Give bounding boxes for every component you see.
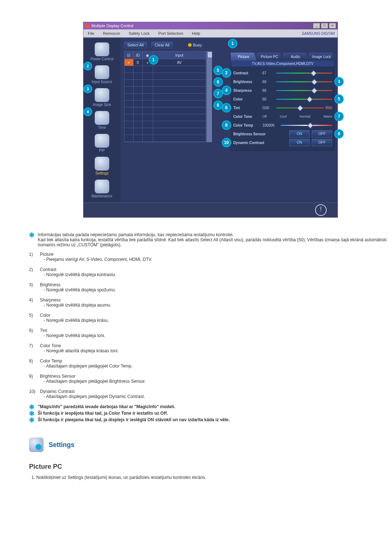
col-checkbox[interactable]: ☑ <box>124 52 134 59</box>
tint-value-green: G50 <box>262 106 276 110</box>
clear-all-button[interactable]: Clear All <box>151 42 173 48</box>
image-size-icon <box>95 88 109 102</box>
tab-picture[interactable]: Picture <box>231 53 257 61</box>
table-row[interactable] <box>124 135 206 142</box>
tab-audio[interactable]: Audio <box>283 53 309 61</box>
center-panel: Select All Clear All Busy ☑ ID ◉ Input <box>121 38 226 202</box>
star-icon: ✱ <box>29 404 38 410</box>
contrast-slider[interactable] <box>276 71 332 74</box>
callout-marker: 8 <box>213 100 223 110</box>
tab-picture-pc[interactable]: Picture PC <box>257 53 283 61</box>
dynamic-contrast-on[interactable]: ON <box>289 139 310 146</box>
list-item: 1)PicturePieejams vienīgi AV, S-Video, C… <box>29 252 392 262</box>
list-item: 4)SharpnessNoregulē izvēlētā displeja as… <box>29 297 392 308</box>
row-checkbox[interactable]: ✔ <box>124 59 134 66</box>
brightness-sensor-off[interactable]: OFF <box>312 130 332 138</box>
settings-panel: 1 Picture Picture PC Audio Image Lock TV… <box>226 38 338 202</box>
window-buttons: _ □ × <box>313 23 336 29</box>
table-row[interactable] <box>124 121 206 128</box>
row-callouts: 5 6 7 8 <box>213 66 223 142</box>
table-row[interactable] <box>124 100 206 107</box>
steps-list: Noklikšķiniet uz Settings (Iestatījumi) … <box>29 475 392 480</box>
info-icon[interactable]: ! <box>315 204 327 216</box>
numbered-list: 1)PicturePieejams vienīgi AV, S-Video, C… <box>29 252 392 399</box>
tab-image-lock[interactable]: Image Lock <box>309 53 335 61</box>
dynamic-contrast-off[interactable]: OFF <box>312 139 332 146</box>
maximize-button[interactable]: □ <box>321 23 328 29</box>
table-row[interactable] <box>124 80 206 87</box>
status-bar: ! <box>83 202 338 217</box>
brightness-row: Brightness 68 3 <box>233 77 332 86</box>
menu-safety-lock[interactable]: Safety Lock <box>124 31 154 36</box>
sidebar-settings[interactable]: Settings <box>86 155 118 177</box>
color-label: Color <box>233 97 262 101</box>
sidebar-input-source[interactable]: Input Source 2 <box>86 64 118 85</box>
menu-remocon[interactable]: Remocon <box>99 31 124 36</box>
list-item: 6)TintNoregulē izvēlētā displeja toni. <box>29 328 392 338</box>
contrast-label: Contrast <box>233 71 262 75</box>
sidebar-item-label: Maintenance <box>91 194 112 198</box>
table-row[interactable] <box>124 107 206 114</box>
callout-marker: 3 <box>83 85 92 93</box>
sharpness-row: 4 Sharpness 68 <box>233 86 332 95</box>
brand-label: SAMSUNG DIGITAll <box>302 32 338 36</box>
settings-section: Settings Picture PC Noklikšķiniet uz Set… <box>29 438 392 480</box>
color-slider[interactable] <box>276 98 332 100</box>
window-title: Multiple Display Control <box>91 24 134 28</box>
menu-help[interactable]: Help <box>188 31 205 36</box>
sidebar-time[interactable]: Time 4 <box>86 110 118 131</box>
callout-marker: 2 <box>222 68 231 78</box>
app-window: Multiple Display Control _ □ × File Remo… <box>83 22 338 218</box>
list-item: 7)Color ToneNoregulē atlasītā displeja k… <box>29 343 392 353</box>
menu-port-selection[interactable]: Port Selection <box>154 31 187 36</box>
brightness-sensor-row: Brightness Sensor ON OFF 9 <box>233 130 332 138</box>
scroll-thumb[interactable] <box>207 52 212 58</box>
close-button[interactable]: × <box>329 23 336 29</box>
brightness-sensor-on[interactable]: ON <box>289 130 310 138</box>
sidebar: Power Control Input Source 2 Image Size … <box>83 38 121 202</box>
sidebar-image-size[interactable]: Image Size 3 <box>86 87 118 108</box>
sidebar-item-label: Input Source <box>91 80 112 84</box>
table-scrollbar[interactable] <box>207 51 212 142</box>
sidebar-power-control[interactable]: Power Control <box>86 41 118 62</box>
toolbar: Select All Clear All Busy <box>124 42 223 48</box>
power-icon <box>95 42 109 56</box>
tint-slider[interactable] <box>276 106 324 109</box>
table-row[interactable] <box>124 128 206 135</box>
pip-icon <box>95 134 109 148</box>
callout-marker: 1 <box>228 39 237 48</box>
table-row[interactable] <box>124 66 206 73</box>
note-intro: ✱ Informācijas tabula parāda nepieciešam… <box>29 232 392 247</box>
maintenance-icon <box>95 180 109 193</box>
color-temp-slider[interactable] <box>281 124 332 127</box>
star-icon: ✱ <box>29 232 38 238</box>
col-id: ID <box>134 52 143 59</box>
color-tone-scale[interactable]: Off Cool Normal Warm <box>262 115 332 118</box>
minimize-button[interactable]: _ <box>313 23 320 29</box>
list-item: 8)Color TempAtlasītajam displejam pielāg… <box>29 358 392 369</box>
menu-file[interactable]: File <box>83 31 99 36</box>
table-row[interactable] <box>124 73 206 80</box>
sidebar-item-label: Image Size <box>93 103 111 107</box>
table-row[interactable] <box>124 94 206 100</box>
brightness-slider[interactable] <box>276 80 332 83</box>
footnote: ✱Šī funkcija ir pieejama tikai tad, ja d… <box>29 417 392 423</box>
table-row[interactable]: ✔ 0 ● AV <box>124 59 206 66</box>
step-item: Noklikšķiniet uz Settings (Iestatījumi) … <box>36 475 392 480</box>
select-all-button[interactable]: Select All <box>124 42 147 48</box>
brightness-sensor-label: Brightness Sensor <box>233 132 276 136</box>
sharpness-value: 68 <box>262 89 276 93</box>
list-item: 10)Dynamic ContrastAtlasītajam displejam… <box>29 389 392 399</box>
callout-marker: 5 <box>334 94 344 104</box>
table-row[interactable] <box>124 87 206 94</box>
sidebar-item-label: Time <box>98 126 106 130</box>
table-row[interactable] <box>124 114 206 121</box>
explanation-block: ✱ Informācijas tabula parāda nepieciešam… <box>29 232 392 480</box>
busy-indicator: Busy <box>188 43 202 47</box>
sharpness-slider[interactable] <box>276 89 332 92</box>
star-icon: ✱ <box>29 411 38 416</box>
list-item: 9)Brightness SensorAtlasītajam displejam… <box>29 374 392 384</box>
sidebar-maintenance[interactable]: Maintenance <box>86 178 118 200</box>
sidebar-item-label: PIP <box>99 148 105 152</box>
sidebar-pip[interactable]: PIP <box>86 132 118 154</box>
